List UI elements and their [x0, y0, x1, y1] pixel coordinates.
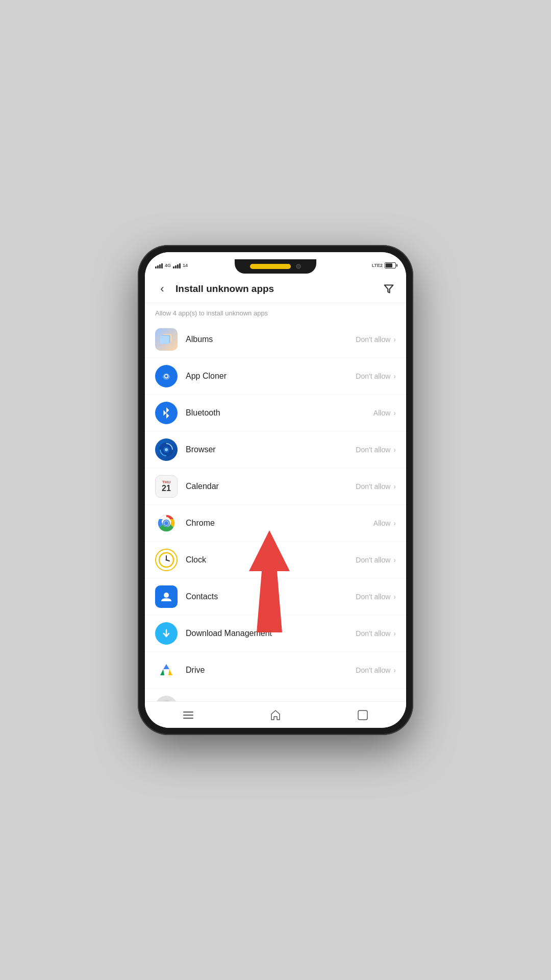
time-display: 14 [183, 263, 188, 268]
list-item-appcloner[interactable]: App Cloner Don't allow › [145, 358, 406, 395]
list-item-contacts[interactable]: Contacts Don't allow › [145, 578, 406, 615]
svg-rect-4 [160, 336, 169, 344]
app-name-drive: Drive [186, 666, 356, 675]
chevron-bluetooth: › [393, 409, 396, 417]
permission-drive: Don't allow [356, 666, 390, 674]
phone-frame: 4G 14 LTE2 ‹ Install unknown [138, 245, 413, 735]
svg-marker-0 [385, 285, 393, 292]
app-name-appcloner: App Cloner [186, 372, 356, 381]
albums-svg [159, 332, 173, 347]
battery-fill [386, 263, 392, 267]
back-nav-icon [357, 709, 368, 721]
list-item-calendar[interactable]: THU 21 Calendar Don't allow › [145, 468, 406, 505]
notch-camera [296, 264, 301, 269]
app-name-clock: Clock [186, 555, 356, 565]
app-name-bluetooth: Bluetooth [186, 408, 373, 418]
svg-point-19 [164, 593, 169, 598]
permission-browser: Don't allow [356, 446, 390, 454]
signal-bar-1 [155, 266, 157, 268]
app-name-browser: Browser [186, 445, 356, 454]
chevron-drive: › [393, 666, 396, 674]
list-item-download[interactable]: Download Management Don't allow › [145, 615, 406, 652]
nav-menu-button[interactable] [173, 705, 204, 725]
back-arrow-icon: ‹ [160, 282, 164, 296]
app-icon-easytouch [155, 696, 178, 702]
status-right: LTE2 [372, 262, 396, 268]
app-icon-appcloner [155, 365, 178, 387]
signal-bar-2 [157, 265, 159, 268]
signal-bars [155, 262, 163, 268]
network-label: 4G [165, 263, 171, 268]
app-icon-contacts [155, 585, 178, 608]
svg-point-18 [166, 559, 167, 560]
signal-bars-2 [173, 262, 181, 268]
app-icon-browser [155, 438, 178, 461]
signal-bar-3 [159, 264, 161, 268]
list-item-browser[interactable]: Browser Don't allow › [145, 431, 406, 468]
back-button[interactable]: ‹ [153, 280, 171, 298]
permission-bluetooth: Allow [373, 409, 390, 417]
chevron-albums: › [393, 335, 396, 344]
app-list: Albums Don't allow › App Cloner Don't al… [145, 321, 406, 701]
svg-rect-31 [358, 710, 367, 720]
nav-back-button[interactable] [347, 705, 378, 725]
browser-svg [158, 442, 174, 458]
permission-appcloner: Don't allow [356, 372, 390, 380]
app-icon-calendar: THU 21 [155, 475, 178, 498]
bluetooth-svg [160, 407, 172, 419]
list-item-bluetooth[interactable]: Bluetooth Allow › [145, 395, 406, 431]
chevron-calendar: › [393, 482, 396, 491]
signal-bar-4 [161, 263, 163, 268]
app-icon-drive [155, 659, 178, 681]
list-item-clock[interactable]: Clock Don't allow › [145, 542, 406, 578]
svg-point-24 [160, 700, 173, 702]
page-title: Install unknown apps [176, 283, 380, 295]
svg-point-10 [165, 448, 168, 451]
notch [235, 259, 316, 274]
clock-svg [158, 552, 174, 568]
filter-button[interactable] [380, 280, 398, 298]
nav-home-button[interactable] [260, 705, 291, 725]
list-item-albums[interactable]: Albums Don't allow › [145, 321, 406, 358]
app-icon-clock [155, 549, 178, 571]
app-name-albums: Albums [186, 335, 356, 344]
chevron-contacts: › [393, 593, 396, 601]
filter-icon [384, 284, 394, 294]
app-header: ‹ Install unknown apps [145, 275, 406, 303]
list-item-drive[interactable]: Drive Don't allow › [145, 652, 406, 689]
signal-bar-5 [173, 266, 174, 268]
bottom-navigation [145, 701, 406, 728]
list-item-chrome[interactable]: Chrome Allow › [145, 505, 406, 542]
app-icon-download [155, 622, 178, 645]
permission-clock: Don't allow [356, 556, 390, 564]
chevron-appcloner: › [393, 372, 396, 380]
app-name-calendar: Calendar [186, 482, 356, 491]
drive-svg [158, 662, 174, 678]
app-name-chrome: Chrome [186, 519, 373, 528]
download-svg [160, 627, 173, 640]
chevron-browser: › [393, 446, 396, 454]
svg-point-14 [164, 521, 168, 525]
permission-chrome: Allow [373, 519, 390, 527]
svg-point-7 [165, 375, 168, 377]
phone-screen: 4G 14 LTE2 ‹ Install unknown [145, 252, 406, 728]
battery-icon [385, 262, 396, 268]
permission-contacts: Don't allow [356, 593, 390, 601]
list-item-easytouch[interactable]: Easy Touch Don't allow › [145, 689, 406, 701]
signal-bar-7 [177, 264, 179, 268]
app-icon-albums [155, 328, 178, 351]
calendar-day: 21 [162, 484, 171, 493]
menu-icon [183, 709, 194, 721]
app-icon-chrome [155, 512, 178, 534]
network-type: LTE2 [372, 263, 383, 268]
chevron-download: › [393, 629, 396, 638]
chevron-chrome: › [393, 519, 396, 527]
signal-bar-8 [179, 263, 181, 268]
app-name-download: Download Management [186, 629, 356, 638]
chevron-clock: › [393, 556, 396, 564]
permission-download: Don't allow [356, 629, 390, 638]
notch-pill [250, 264, 291, 269]
appcloner-svg [160, 370, 173, 383]
signal-bar-6 [175, 265, 177, 268]
app-icon-bluetooth [155, 402, 178, 424]
